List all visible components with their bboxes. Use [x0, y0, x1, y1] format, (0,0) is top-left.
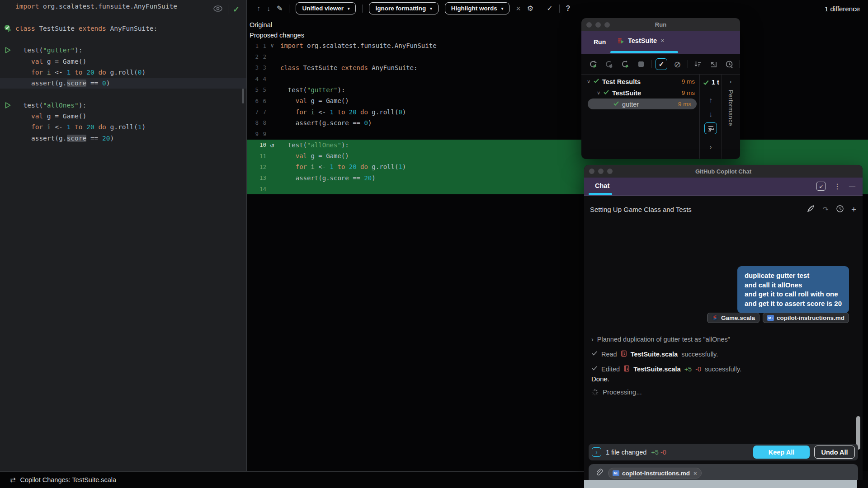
step-file-link[interactable]: TestSuite.scala: [633, 366, 681, 373]
zoom-window-button[interactable]: [607, 169, 613, 174]
diff-line: 33class TestSuite extends AnyFunSuite:: [247, 62, 868, 73]
remove-chip-icon[interactable]: ×: [693, 470, 697, 477]
fold-chevron-icon[interactable]: ∨: [266, 42, 278, 49]
performance-tab-stripe: ‹ Performance: [722, 75, 740, 159]
code-line: for i <- 1 to 20 do g.roll(0): [0, 67, 246, 78]
new-chat-icon[interactable]: +: [851, 205, 856, 215]
proposed-changes-label: Proposed changes: [250, 30, 304, 41]
expand-changes-icon[interactable]: ›: [592, 447, 601, 457]
chat-body: Setting Up Game Class and Tests ↷ + dupl…: [584, 196, 863, 480]
viewer-mode-dropdown[interactable]: Unified viewer▾: [296, 2, 356, 14]
highlight-words-dropdown[interactable]: Highlight words▾: [445, 2, 510, 14]
toolbar-divider: [651, 60, 651, 68]
edit-icon[interactable]: ✎: [277, 5, 283, 12]
expand-chevron-icon[interactable]: ∨: [595, 90, 602, 96]
attach-paperclip-icon[interactable]: [595, 468, 603, 478]
attachment-chip[interactable]: M↓copilot-instructions.md: [763, 313, 849, 323]
test-duration: 9 ms: [678, 101, 691, 108]
close-tab-icon[interactable]: ×: [660, 37, 664, 44]
performance-tab[interactable]: Performance: [727, 90, 734, 126]
diff-line: 77 for i <- 1 to 20 do g.roll(0): [247, 106, 868, 117]
minimize-window-button[interactable]: [595, 22, 601, 28]
redo-icon[interactable]: ↷: [822, 205, 828, 214]
hide-panel-icon[interactable]: —: [849, 183, 855, 190]
apply-check-icon[interactable]: ✓: [547, 5, 552, 12]
rerun-tests-icon[interactable]: [587, 58, 599, 70]
run-titlebar[interactable]: Run: [581, 18, 740, 31]
import-test-results-icon[interactable]: [704, 122, 717, 134]
next-occurrence-icon[interactable]: ↓: [709, 110, 712, 118]
expand-chevron-icon[interactable]: ›: [591, 336, 594, 343]
tool-step-row: ReadTestSuite.scalasuccessfully.: [591, 347, 854, 361]
tab-run[interactable]: Run: [594, 38, 606, 46]
toolbar-divider: [540, 5, 540, 13]
undo-all-button[interactable]: Undo All: [814, 446, 855, 459]
test-tree-row[interactable]: ∨Test Results9 ms: [581, 76, 699, 87]
chat-input-panel[interactable]: M↓ copilot-instructions.md × Add context…: [589, 464, 858, 480]
previous-change-icon[interactable]: ↑: [257, 5, 260, 12]
collapse-icon[interactable]: ×: [516, 5, 521, 13]
chat-titlebar[interactable]: GitHub Copilot Chat: [584, 165, 863, 178]
window-controls[interactable]: [589, 169, 613, 174]
code-text: test("gutter"):: [15, 47, 82, 54]
collapsed-step-row[interactable]: ›Planned duplication of gutter test as "…: [591, 332, 854, 347]
run-test-gutter-icon[interactable]: [0, 47, 15, 54]
zoom-window-button[interactable]: [604, 22, 610, 28]
panel-splitter[interactable]: [246, 0, 247, 471]
preview-eye-icon[interactable]: [212, 3, 223, 16]
show-ignored-icon[interactable]: ⊘: [671, 58, 683, 70]
test-tree-row[interactable]: gutter9 ms: [581, 99, 699, 110]
minimize-window-button[interactable]: [598, 169, 604, 174]
window-controls[interactable]: [586, 22, 610, 28]
run-class-gutter-icon[interactable]: [0, 24, 15, 32]
navigate-to-source-icon[interactable]: [708, 58, 720, 70]
tab-testsuite[interactable]: TestSuite ×: [618, 37, 664, 44]
settings-gear-icon[interactable]: ⚙: [527, 5, 533, 12]
toolbar-divider: [740, 60, 740, 68]
ignore-formatting-dropdown[interactable]: Ignore formatting▾: [369, 2, 438, 14]
rerun-failed-tests-icon[interactable]: [603, 58, 615, 70]
show-passed-icon[interactable]: ✓: [656, 58, 667, 70]
attachment-chip[interactable]: Game.scala: [707, 313, 760, 323]
context-chip[interactable]: M↓ copilot-instructions.md ×: [608, 468, 702, 479]
scala-file-icon: [621, 350, 627, 358]
test-history-icon[interactable]: [724, 58, 736, 70]
test-tree-row[interactable]: ∨TestSuite9 ms: [581, 87, 699, 99]
user-message-line: and call it allOnes: [745, 281, 842, 290]
options-kebab-icon[interactable]: ⋮: [834, 182, 841, 191]
keep-all-button[interactable]: Keep All: [753, 446, 810, 459]
code-text: import org.scalatest.funsuite.AnyFunSuit…: [280, 42, 437, 49]
collapse-chevron-icon[interactable]: ‹: [730, 78, 731, 85]
close-window-button[interactable]: [589, 169, 594, 174]
close-window-button[interactable]: [586, 22, 592, 28]
next-change-icon[interactable]: ↓: [267, 5, 270, 12]
code-text: val g = Game(): [15, 58, 86, 65]
revert-change-icon[interactable]: ↺: [266, 141, 278, 149]
dock-window-icon[interactable]: ↙: [816, 182, 826, 191]
code-text: assert(g.score == 20): [15, 135, 114, 142]
tab-chat[interactable]: Chat: [595, 182, 609, 189]
help-icon[interactable]: ?: [566, 5, 571, 12]
history-icon[interactable]: [836, 205, 844, 215]
code-text: for i <- 1 to 20 do g.roll(0): [280, 108, 406, 116]
user-message-bubble: duplicate gutter testand call it allOnes…: [737, 266, 849, 313]
line-number-after: 7: [259, 108, 266, 115]
code-text: for i <- 1 to 20 do g.roll(1): [15, 123, 146, 131]
code-line: [0, 34, 246, 45]
expand-chevron-icon[interactable]: ∨: [585, 79, 592, 84]
run-test-gutter-icon[interactable]: [0, 102, 15, 109]
caret-down-icon: ▾: [348, 6, 350, 11]
edit-session-icon[interactable]: [807, 204, 815, 215]
more-chevron-icon[interactable]: ›: [710, 143, 712, 150]
toggle-auto-test-icon[interactable]: [619, 58, 631, 70]
step-file-link[interactable]: TestSuite.scala: [631, 351, 678, 358]
code-line: for i <- 1 to 20 do g.roll(1): [0, 122, 246, 132]
accepted-check-icon[interactable]: ✓: [233, 5, 240, 14]
tool-step-row: EditedTestSuite.scala+5-0successfully.: [591, 361, 854, 376]
stop-icon[interactable]: [635, 58, 647, 70]
previous-occurrence-icon[interactable]: ↑: [709, 96, 712, 104]
code-text: for i <- 1 to 20 do g.roll(0): [15, 69, 146, 76]
line-number-added: 13: [247, 174, 266, 181]
editor-scrollbar[interactable]: [242, 89, 244, 103]
sort-by-duration-icon[interactable]: [692, 58, 703, 70]
